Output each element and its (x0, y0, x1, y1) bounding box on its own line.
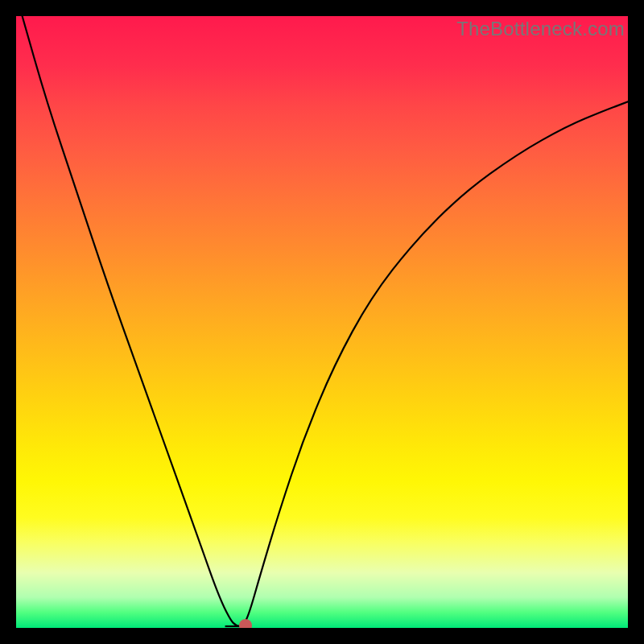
bottleneck-curve (23, 16, 628, 626)
chart-container: TheBottleneck.com (0, 0, 644, 644)
watermark-text: TheBottleneck.com (456, 18, 625, 40)
curve-svg (16, 16, 628, 628)
optimum-marker (239, 619, 252, 628)
plot-area: TheBottleneck.com (16, 16, 628, 628)
